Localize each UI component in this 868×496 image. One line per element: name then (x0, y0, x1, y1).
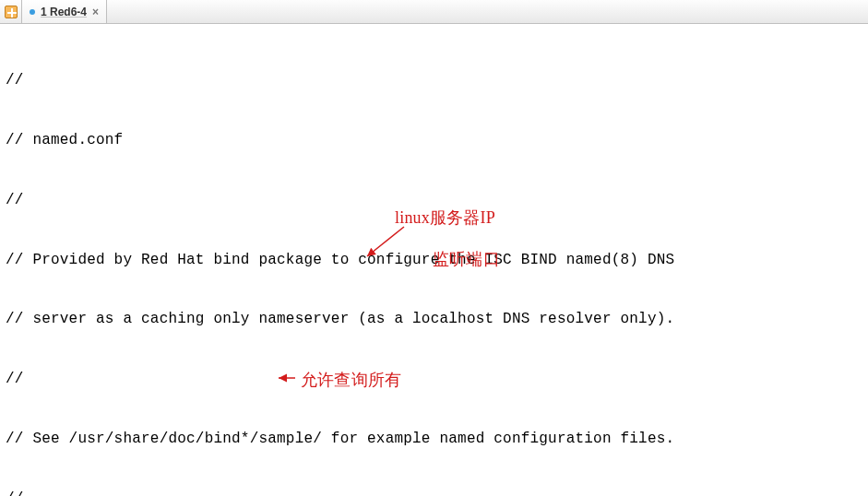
code-line: // See /usr/share/doc/bind*/sample/ for … (6, 430, 862, 450)
annotation-allow-query-all: 允许查询所有 (301, 369, 401, 391)
tab-modified-indicator-icon (30, 9, 35, 15)
tab-bar: 1 Red6-4 × (0, 0, 868, 24)
annotation-listen-port: 监听端口 (433, 248, 500, 270)
code-line: // named.conf (6, 131, 862, 151)
editor-area[interactable]: // // named.conf // // Provided by Red H… (0, 24, 868, 496)
tab-title: 1 Red6-4 (41, 6, 87, 18)
new-tab-button[interactable] (0, 0, 22, 23)
code-line: // (6, 71, 862, 91)
tab-active[interactable]: 1 Red6-4 × (22, 0, 107, 23)
code-line: // server as a caching only nameserver (… (6, 310, 862, 330)
plus-icon (5, 6, 18, 18)
code-line: // (6, 490, 862, 496)
close-icon[interactable]: × (92, 6, 99, 18)
annotation-server-ip: linux服务器IP (395, 207, 495, 229)
code-line: // (6, 370, 862, 390)
